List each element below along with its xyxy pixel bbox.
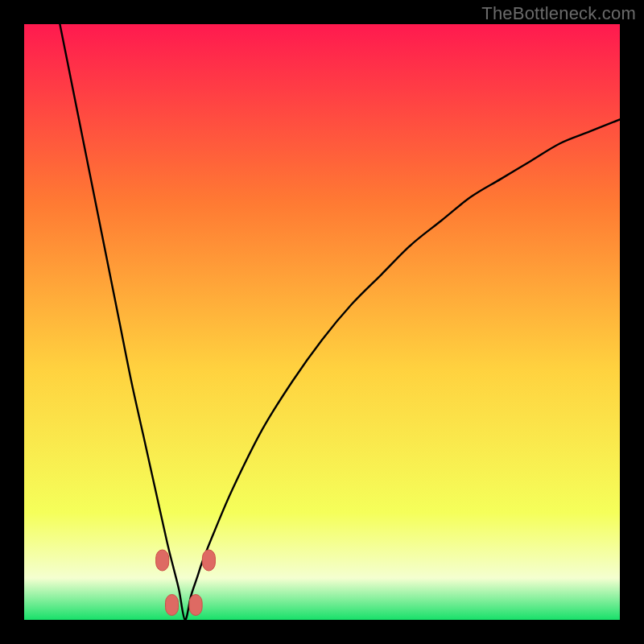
- optimal-marker: [202, 550, 215, 571]
- gradient-background: [24, 24, 620, 620]
- bottleneck-chart: [24, 24, 620, 620]
- optimal-marker: [189, 595, 202, 616]
- chart-frame: [24, 24, 620, 620]
- watermark-text: TheBottleneck.com: [481, 3, 636, 24]
- optimal-marker: [166, 595, 179, 616]
- optimal-marker: [156, 550, 169, 571]
